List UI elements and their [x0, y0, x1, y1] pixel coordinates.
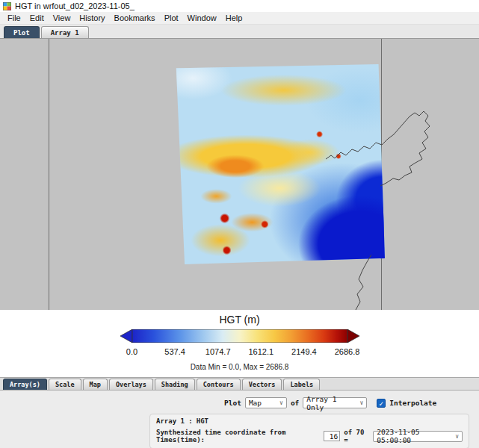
time-select-value: 2023-11-05 05:00:00: [377, 428, 451, 444]
menu-bookmarks[interactable]: Bookmarks: [110, 13, 160, 23]
chevron-down-icon: ∨: [279, 399, 283, 406]
array-info-label: Array 1 :: [156, 417, 193, 425]
plot-type-label: Plot: [224, 399, 241, 407]
tick-4: 2149.4: [291, 347, 317, 356]
app-icon: [3, 2, 11, 10]
ctab-arrays[interactable]: Array(s): [3, 379, 47, 390]
colorbar-max-arrow-icon: [347, 329, 359, 343]
window-titlebar: HGT in wrfout_d02_2023-11-05_: [0, 0, 479, 12]
plot-type-value: Map: [249, 399, 262, 407]
colorbar-gradient: [120, 329, 359, 343]
graticule-line-left: [49, 39, 49, 310]
plot-title: HGT (m): [0, 310, 479, 326]
data-min-max: Data Min = 0.0, Max = 2686.8: [0, 363, 479, 371]
ctab-overlays[interactable]: Overlays: [109, 379, 153, 390]
menu-plot[interactable]: Plot: [160, 13, 183, 23]
array-info-group: Array 1 : HGT Synthesized time coordinat…: [149, 414, 469, 448]
tick-5: 2686.8: [335, 347, 360, 356]
colorbar: 0.0 537.4 1074.7 1612.1 2149.4 2686.8: [0, 329, 479, 358]
app-window: HGT in wrfout_d02_2023-11-05_ File Edit …: [0, 0, 479, 448]
time-coordinate-label: Synthesized time coordinate from Times(t…: [156, 429, 320, 444]
tick-3: 1612.1: [248, 347, 274, 356]
menu-history[interactable]: History: [75, 13, 109, 23]
colorbar-ticks: 0.0 537.4 1074.7 1612.1 2149.4 2686.8: [132, 347, 347, 358]
interpolate-label: Interpolate: [389, 399, 436, 407]
plot-type-row: Plot Map ∨ of Array 1 Only ∨ ✓ Interpola…: [224, 397, 479, 408]
chevron-down-icon: ∨: [455, 433, 459, 440]
tick-0: 0.0: [126, 347, 137, 356]
ctab-contours[interactable]: Contours: [197, 379, 241, 390]
coastline-south: [356, 255, 371, 310]
colorbar-min-arrow-icon: [120, 329, 132, 343]
ctab-vectors[interactable]: Vectors: [242, 379, 282, 390]
window-title: HGT in wrfout_d02_2023-11-05_: [15, 1, 135, 10]
tab-plot[interactable]: Plot: [4, 26, 40, 38]
legend-section: HGT (m): [0, 310, 479, 377]
control-panel: Array(s) Scale Map Overlays Shading Cont…: [0, 377, 479, 448]
array-select[interactable]: Array 1 Only ∨: [303, 397, 367, 408]
time-index-input[interactable]: [324, 431, 340, 441]
top-tabbar: Plot Array 1: [0, 25, 479, 39]
time-select[interactable]: 2023-11-05 05:00:00 ∨: [373, 431, 463, 442]
menu-view[interactable]: View: [49, 13, 75, 23]
ctab-map[interactable]: Map: [83, 379, 108, 390]
chevron-down-icon: ∨: [360, 399, 364, 406]
time-of-label: of 70 =: [344, 429, 369, 444]
menubar: File Edit View History Bookmarks Plot Wi…: [0, 12, 479, 25]
menu-file[interactable]: File: [3, 13, 25, 23]
tab-array-1[interactable]: Array 1: [41, 26, 89, 38]
menu-help[interactable]: Help: [221, 13, 247, 23]
array-info-value: HGT: [197, 417, 208, 425]
interpolate-checkbox[interactable]: ✓: [377, 399, 386, 408]
of-label: of: [291, 399, 299, 407]
ctab-shading[interactable]: Shading: [155, 379, 195, 390]
ctab-labels[interactable]: Labels: [283, 379, 320, 390]
control-tabbar: Array(s) Scale Map Overlays Shading Cont…: [0, 378, 479, 391]
tick-1: 537.4: [164, 347, 185, 356]
hgt-heatmap: [174, 64, 385, 264]
menu-edit[interactable]: Edit: [25, 13, 49, 23]
plot-type-select[interactable]: Map ∨: [245, 397, 287, 408]
array-info-row: Array 1 : HGT: [156, 417, 463, 425]
menu-window[interactable]: Window: [183, 13, 221, 23]
array-select-value: Array 1 Only: [306, 395, 355, 411]
ctab-scale[interactable]: Scale: [49, 379, 81, 390]
map-plot-area: [0, 39, 479, 310]
tick-2: 1074.7: [205, 347, 231, 356]
time-coordinate-row: Synthesized time coordinate from Times(t…: [156, 429, 463, 444]
